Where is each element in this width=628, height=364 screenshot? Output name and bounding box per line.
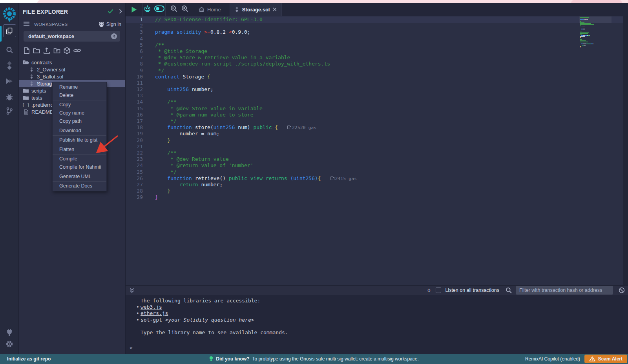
sign-in-label: Sign in bbox=[106, 22, 121, 27]
file-actions-toolbar bbox=[24, 46, 81, 55]
menu-separator bbox=[53, 145, 106, 145]
menu-separator bbox=[53, 181, 106, 182]
tab-storage-sol[interactable]: Storage.sol bbox=[230, 3, 282, 16]
code-line-22: 22 /** bbox=[126, 150, 357, 156]
workspace-select[interactable]: default_workspace bbox=[24, 31, 120, 42]
menu-item-generate-uml[interactable]: Generate UML bbox=[53, 173, 106, 181]
gas-estimate: 22520 gas bbox=[287, 125, 316, 130]
terminal-prompt[interactable]: > bbox=[130, 345, 133, 351]
folder-open-icon bbox=[23, 60, 29, 65]
code-line-5: 5/** bbox=[126, 42, 357, 48]
file-explorer-icon[interactable] bbox=[0, 24, 19, 38]
tree-item-label: contracts bbox=[31, 60, 52, 66]
scam-alert-button[interactable]: Scam Alert bbox=[584, 355, 627, 363]
folder-icon bbox=[23, 96, 29, 100]
terminal-output[interactable]: The following libraries are accessible: … bbox=[126, 295, 628, 354]
code-line-15: 15 * @dev Store value in variable bbox=[126, 106, 357, 112]
hamburger-menu-icon[interactable] bbox=[24, 21, 29, 28]
code-line-23: 23 * @dev Return value bbox=[126, 156, 357, 162]
menu-item-copy-path[interactable]: Copy path bbox=[53, 117, 106, 126]
settings-gear-icon[interactable] bbox=[0, 337, 19, 351]
menu-separator bbox=[53, 154, 106, 155]
remix-logo-icon[interactable] bbox=[0, 6, 19, 24]
code-line-21: 21 bbox=[126, 144, 357, 150]
menu-item-delete[interactable]: Delete bbox=[53, 91, 106, 100]
copilot-status[interactable]: RemixAI Copilot (enabled) bbox=[525, 356, 580, 362]
listen-checkbox[interactable] bbox=[436, 288, 441, 293]
link-icon[interactable] bbox=[73, 46, 81, 55]
main-area: Home Storage.sol 1// SPDX-License-Identi… bbox=[126, 3, 628, 354]
debugger-icon[interactable] bbox=[0, 90, 19, 104]
ai-robot-icon[interactable] bbox=[144, 5, 151, 14]
toolbar-divider bbox=[281, 3, 282, 16]
run-script-button[interactable] bbox=[126, 6, 142, 13]
tip-title: Did you know? bbox=[216, 356, 249, 362]
sign-in-button[interactable]: Sign in bbox=[99, 22, 121, 27]
transaction-filter-input[interactable] bbox=[516, 286, 613, 295]
code-line-11: 11 bbox=[126, 80, 357, 86]
tab-close-icon[interactable] bbox=[273, 7, 277, 13]
chevron-right-icon[interactable] bbox=[119, 8, 122, 15]
terminal-search-icon[interactable] bbox=[506, 287, 512, 293]
workspaces-row: WORKSPACES Sign in bbox=[24, 20, 121, 28]
code-area: 1// SPDX-License-Identifier: GPL-3.023pr… bbox=[126, 16, 357, 200]
workspace-name: default_workspace bbox=[28, 33, 74, 39]
tip-text: To prototype using the Gnosis safe multi… bbox=[252, 356, 419, 362]
workspace-sort-icon bbox=[111, 33, 117, 39]
code-line-17: 17 */ bbox=[126, 118, 357, 124]
solidity-compiler-icon[interactable] bbox=[0, 59, 19, 72]
menu-item-rename[interactable]: Rename bbox=[53, 83, 106, 91]
code-line-16: 16 * @param num value to store bbox=[126, 112, 357, 118]
menu-item-flatten[interactable]: Flatten bbox=[53, 146, 106, 154]
menu-item-compile[interactable]: Compile bbox=[53, 155, 106, 163]
ipfs-cube-icon[interactable] bbox=[64, 46, 70, 55]
lightbulb-icon bbox=[209, 356, 213, 362]
code-editor[interactable]: 1// SPDX-License-Identifier: GPL-3.023pr… bbox=[126, 16, 628, 285]
library-item-ethers-js[interactable]: •ethers.js bbox=[136, 310, 254, 317]
code-line-27: 27 return number; bbox=[126, 182, 357, 188]
ai-copilot-toggle[interactable] bbox=[154, 5, 164, 13]
folder-icon bbox=[23, 89, 29, 93]
zoom-in-icon[interactable] bbox=[181, 5, 188, 14]
solidity-icon bbox=[28, 74, 35, 79]
tree-item-3-ballot-sol[interactable]: 3_Ballot.sol bbox=[19, 73, 125, 80]
new-file-icon[interactable] bbox=[24, 46, 30, 55]
git-icon[interactable] bbox=[0, 104, 19, 118]
clear-terminal-icon[interactable] bbox=[619, 287, 625, 293]
tree-item-label: 2_Owner.sol bbox=[37, 67, 65, 73]
terminal-header: 0 Listen on all transactions bbox=[126, 286, 628, 295]
menu-item-download[interactable]: Download bbox=[53, 127, 106, 135]
file-icon bbox=[23, 109, 29, 115]
menu-item-compile-for-nahmii[interactable]: Compile for Nahmii bbox=[53, 163, 106, 171]
menu-item-copy[interactable]: Copy bbox=[53, 101, 106, 109]
menu-item-generate-docs[interactable]: Generate Docs bbox=[53, 182, 106, 190]
library-item-web3-js[interactable]: •web3.js bbox=[136, 304, 254, 310]
browser-strip-pink bbox=[37, 0, 628, 3]
menu-separator bbox=[53, 172, 106, 172]
tree-item-2-owner-sol[interactable]: 2_Owner.sol bbox=[19, 66, 125, 73]
collapse-terminal-icon[interactable] bbox=[130, 288, 134, 293]
terminal-hint-line: Type the library name to see available c… bbox=[141, 329, 288, 336]
deploy-and-run-icon[interactable] bbox=[0, 75, 19, 88]
menu-item-copy-name[interactable]: Copy name bbox=[53, 109, 106, 117]
upload-folder-icon[interactable] bbox=[53, 46, 60, 55]
code-line-6: 6 * @title Storage bbox=[126, 48, 357, 55]
context-menu: RenameDeleteCopyCopy nameCopy pathDownlo… bbox=[52, 82, 107, 191]
minimap[interactable] bbox=[579, 16, 612, 284]
plugin-manager-icon[interactable] bbox=[0, 326, 19, 339]
code-line-2: 2 bbox=[126, 23, 357, 29]
zoom-out-icon[interactable] bbox=[170, 5, 177, 14]
solidity-file-icon bbox=[235, 7, 239, 12]
tab-home[interactable]: Home bbox=[193, 3, 230, 16]
code-line-20: 20 } bbox=[126, 137, 357, 144]
code-line-29: 29} bbox=[126, 194, 357, 200]
menu-item-publish-file-to-gist[interactable]: Publish file to gist bbox=[53, 136, 106, 144]
editor-right-gutter bbox=[623, 16, 628, 285]
new-folder-icon[interactable] bbox=[33, 46, 40, 55]
terminal-library-list: •web3.js•ethers.js•sol-gpt <your Solidit… bbox=[136, 304, 254, 323]
search-icon[interactable] bbox=[0, 43, 19, 56]
github-icon bbox=[99, 22, 104, 27]
upload-file-icon[interactable] bbox=[43, 46, 50, 55]
icon-rail bbox=[0, 3, 19, 354]
tree-item-contracts[interactable]: contracts bbox=[19, 59, 125, 66]
